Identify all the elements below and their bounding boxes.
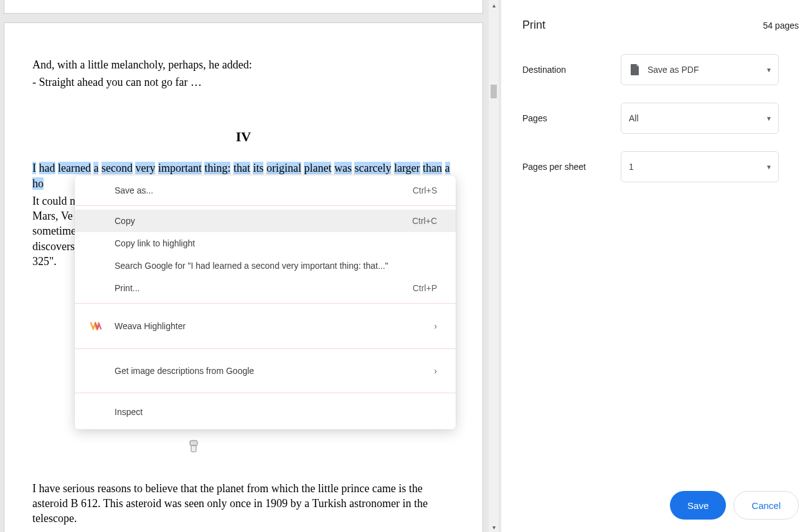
bolt-icon	[186, 439, 201, 454]
menu-item-copy[interactable]: Copy Ctrl+C	[75, 210, 456, 232]
menu-separator	[75, 205, 456, 206]
chevron-down-icon: ▼	[766, 67, 772, 73]
weava-icon	[90, 320, 102, 332]
menu-label: Inspect	[115, 407, 143, 417]
menu-label: Weava Highlighter	[115, 321, 186, 331]
print-panel: Print 54 pages Destination Save as PDF ▼…	[501, 0, 810, 532]
menu-item-image-descriptions[interactable]: Get image descriptions from Google ›	[75, 353, 456, 389]
pdf-file-icon	[629, 63, 641, 76]
pages-per-sheet-select[interactable]: 1 ▼	[621, 151, 779, 182]
menu-shortcut: Ctrl+C	[412, 216, 437, 226]
setting-label: Destination	[522, 65, 621, 75]
select-value: 1	[629, 162, 634, 172]
chapter-heading: IV	[32, 128, 454, 146]
chevron-right-icon: ›	[434, 366, 437, 376]
print-buttons: Save Cancel	[670, 491, 799, 520]
menu-label: Print...	[115, 283, 139, 293]
save-button[interactable]: Save	[670, 491, 726, 520]
page-count: 54 pages	[763, 21, 799, 30]
menu-shortcut: Ctrl+S	[413, 185, 437, 195]
print-preview-area: And, with a little melancholy, perhaps, …	[0, 0, 501, 532]
menu-label: Get image descriptions from Google	[115, 366, 254, 376]
menu-label: Search Google for "I had learned a secon…	[115, 261, 389, 271]
scroll-down-icon[interactable]: ▾	[489, 522, 499, 532]
select-value: All	[629, 113, 639, 123]
menu-label: Save as...	[115, 185, 153, 195]
chevron-right-icon: ›	[434, 321, 437, 331]
menu-separator	[75, 393, 456, 393]
svg-rect-0	[190, 441, 197, 446]
setting-pages-per-sheet: Pages per sheet 1 ▼	[501, 142, 810, 191]
paragraph: - Straight ahead you can not go far …	[32, 75, 454, 90]
menu-item-print[interactable]: Print... Ctrl+P	[75, 277, 456, 299]
print-title: Print	[522, 19, 545, 32]
menu-separator	[75, 348, 456, 349]
menu-label: Copy	[115, 216, 135, 226]
text-selection: I	[32, 162, 36, 174]
select-value: Save as PDF	[648, 65, 699, 75]
menu-shortcut: Ctrl+P	[413, 283, 437, 293]
setting-label: Pages	[522, 113, 621, 123]
chevron-down-icon: ▼	[766, 164, 772, 170]
paragraph: I have serious reasons to believe that t…	[32, 481, 454, 526]
menu-item-weava-highlighter[interactable]: Weava Highlighter ›	[75, 307, 456, 345]
svg-rect-1	[191, 446, 196, 452]
destination-select[interactable]: Save as PDF ▼	[621, 54, 779, 85]
setting-label: Pages per sheet	[522, 162, 621, 172]
chevron-down-icon: ▼	[766, 115, 772, 122]
menu-label: Copy link to highlight	[115, 238, 195, 248]
context-menu: Save as... Ctrl+S Copy Ctrl+C Copy link …	[75, 175, 456, 429]
scroll-up-icon[interactable]: ▴	[489, 0, 499, 10]
menu-item-inspect[interactable]: Inspect	[75, 397, 456, 427]
previous-page-edge	[4, 0, 483, 14]
cancel-button[interactable]: Cancel	[733, 491, 799, 520]
illustration-placeholder	[0, 439, 405, 458]
paragraph: And, with a little melancholy, perhaps, …	[32, 57, 454, 72]
pages-select[interactable]: All ▼	[621, 103, 779, 134]
setting-pages: Pages All ▼	[501, 94, 810, 142]
scrollbar-thumb[interactable]	[491, 85, 497, 98]
print-header: Print 54 pages	[501, 0, 810, 45]
menu-separator	[75, 303, 456, 304]
preview-scrollbar[interactable]: ▴ ▾	[489, 0, 499, 532]
setting-destination: Destination Save as PDF ▼	[501, 45, 810, 94]
menu-item-search-google[interactable]: Search Google for "I had learned a secon…	[75, 254, 456, 277]
menu-item-copy-link-highlight[interactable]: Copy link to highlight	[75, 232, 456, 254]
menu-item-save-as[interactable]: Save as... Ctrl+S	[75, 179, 456, 202]
